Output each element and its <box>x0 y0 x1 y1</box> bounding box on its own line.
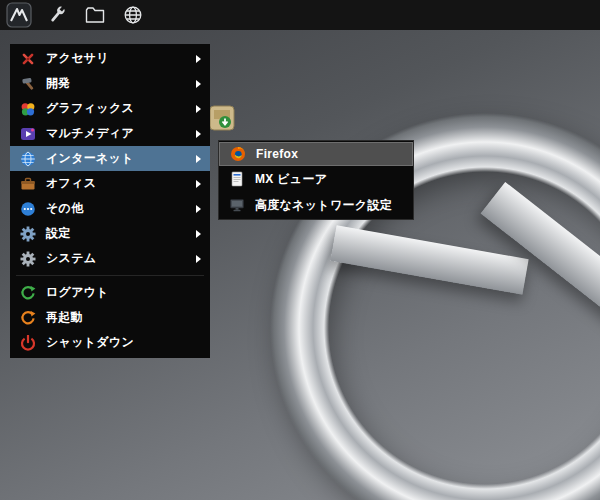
globe-icon[interactable] <box>120 2 146 28</box>
menu-item-accessories[interactable]: アクセサリ <box>10 46 210 71</box>
office-briefcase-icon <box>20 176 36 192</box>
logout-icon <box>20 285 36 301</box>
submenu-item-mx-viewer[interactable]: MX ビューア <box>219 166 413 192</box>
menu-item-logout[interactable]: ログアウト <box>10 280 210 305</box>
multimedia-icon <box>20 126 36 142</box>
menu-item-label: 再起動 <box>46 309 83 326</box>
submenu-arrow-icon <box>196 105 201 113</box>
menu-item-shutdown[interactable]: シャットダウン <box>10 330 210 355</box>
submenu-item-network-settings[interactable]: 高度なネットワーク設定 <box>219 192 413 218</box>
submenu-item-label: 高度なネットワーク設定 <box>255 197 392 214</box>
menu-item-label: その他 <box>46 200 83 217</box>
accessories-icon <box>20 51 36 67</box>
document-viewer-icon <box>229 171 245 187</box>
menu-item-restart[interactable]: 再起動 <box>10 305 210 330</box>
settings-gear-icon <box>20 226 36 242</box>
submenu-item-label: MX ビューア <box>255 171 327 188</box>
menu-item-label: グラフィックス <box>46 100 134 117</box>
submenu-arrow-icon <box>196 230 201 238</box>
folder-icon[interactable] <box>82 2 108 28</box>
package-installer-icon[interactable] <box>209 105 235 131</box>
menu-item-label: シャットダウン <box>46 334 134 351</box>
internet-globe-icon <box>20 151 36 167</box>
submenu-arrow-icon <box>196 255 201 263</box>
menu-item-label: ログアウト <box>46 284 109 301</box>
menu-item-label: アクセサリ <box>46 50 109 67</box>
submenu-arrow-icon <box>196 205 201 213</box>
network-settings-icon <box>229 197 245 213</box>
other-icon <box>20 201 36 217</box>
mx-start-menu-icon[interactable] <box>6 2 32 28</box>
taskbar <box>0 0 600 30</box>
firefox-icon <box>230 146 246 162</box>
menu-item-label: システム <box>46 250 96 267</box>
menu-item-settings[interactable]: 設定 <box>10 221 210 246</box>
submenu-arrow-icon <box>196 180 201 188</box>
submenu-arrow-icon <box>196 130 201 138</box>
submenu-arrow-icon <box>196 155 201 163</box>
menu-item-internet[interactable]: インターネット <box>10 146 210 171</box>
menu-item-office[interactable]: オフィス <box>10 171 210 196</box>
submenu-arrow-icon <box>196 55 201 63</box>
restart-icon <box>20 310 36 326</box>
menu-item-multimedia[interactable]: マルチメディア <box>10 121 210 146</box>
menu-item-system[interactable]: システム <box>10 246 210 271</box>
development-icon <box>20 76 36 92</box>
submenu-item-label: Firefox <box>256 147 298 161</box>
tools-wrench-icon[interactable] <box>44 2 70 28</box>
menu-item-label: オフィス <box>46 175 96 192</box>
menu-item-development[interactable]: 開発 <box>10 71 210 96</box>
menu-item-label: 設定 <box>46 225 71 242</box>
menu-item-label: マルチメディア <box>46 125 134 142</box>
shutdown-power-icon <box>20 335 36 351</box>
graphics-icon <box>20 101 36 117</box>
menu-separator <box>16 275 204 276</box>
menu-item-other[interactable]: その他 <box>10 196 210 221</box>
menu-item-label: インターネット <box>46 150 134 167</box>
submenu-item-firefox[interactable]: Firefox <box>219 142 413 166</box>
application-menu: アクセサリ 開発 グラフィックス <box>10 44 210 358</box>
menu-item-graphics[interactable]: グラフィックス <box>10 96 210 121</box>
submenu-arrow-icon <box>196 80 201 88</box>
system-gear-icon <box>20 251 36 267</box>
internet-submenu: Firefox MX ビューア 高度なネットワーク設定 <box>218 140 414 220</box>
menu-item-label: 開発 <box>46 75 71 92</box>
